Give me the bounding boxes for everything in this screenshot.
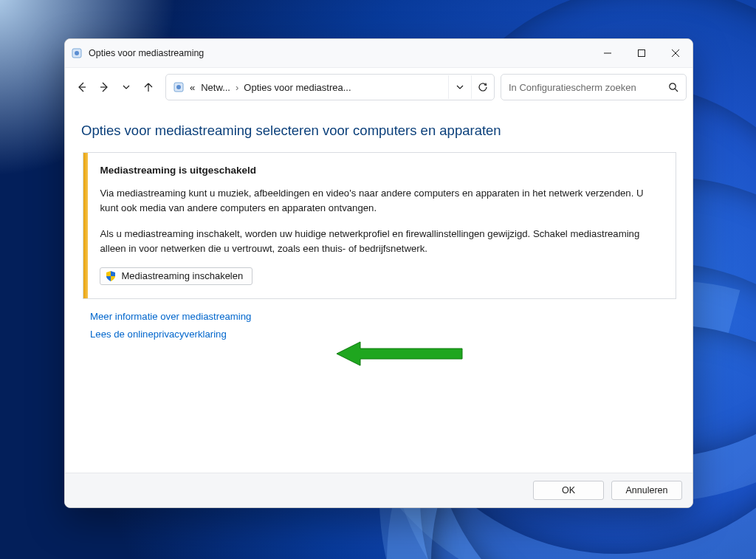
content-area: Opties voor mediastreaming selecteren vo… bbox=[65, 106, 693, 473]
control-panel-window: Opties voor mediastreaming bbox=[64, 38, 693, 508]
recent-locations-button[interactable] bbox=[115, 74, 137, 100]
svg-line-11 bbox=[675, 89, 678, 92]
breadcrumb-current[interactable]: Opties voor mediastrea... bbox=[241, 82, 354, 93]
enable-button-label: Mediastreaming inschakelen bbox=[121, 270, 243, 281]
svg-rect-3 bbox=[639, 50, 645, 57]
svg-point-10 bbox=[670, 83, 676, 89]
notice-panel: Mediastreaming is uitgeschakeld Via medi… bbox=[83, 152, 676, 299]
breadcrumb-network[interactable]: Netw... bbox=[198, 82, 233, 93]
notice-paragraph-1: Via mediastreaming kunt u muziek, afbeel… bbox=[100, 186, 662, 216]
more-info-link[interactable]: Meer informatie over mediastreaming bbox=[90, 311, 251, 322]
app-icon bbox=[65, 47, 89, 59]
uac-shield-icon bbox=[105, 270, 117, 282]
notice-paragraph-2: Als u mediastreaming inschakelt, worden … bbox=[100, 227, 662, 257]
refresh-button[interactable] bbox=[471, 75, 494, 99]
cancel-button[interactable]: Annuleren bbox=[611, 481, 682, 500]
up-button[interactable] bbox=[137, 74, 159, 100]
dialog-footer: OK Annuleren bbox=[65, 473, 693, 507]
close-button[interactable] bbox=[659, 39, 693, 67]
maximize-button[interactable] bbox=[625, 39, 659, 67]
address-dropdown-button[interactable] bbox=[448, 75, 471, 99]
control-panel-icon bbox=[171, 81, 187, 93]
navigation-row: « Netw... › Opties voor mediastrea... bbox=[65, 68, 693, 106]
notice-title: Mediastreaming is uitgeschakeld bbox=[100, 163, 662, 179]
minimize-button[interactable] bbox=[591, 39, 625, 67]
privacy-link[interactable]: Lees de onlineprivacyverklaring bbox=[90, 329, 227, 340]
breadcrumb-root[interactable]: « bbox=[187, 82, 198, 93]
search-input[interactable] bbox=[507, 81, 667, 94]
search-box[interactable] bbox=[501, 74, 687, 100]
window-title: Opties voor mediastreaming bbox=[89, 48, 204, 58]
links-section: Meer informatie over mediastreaming Lees… bbox=[90, 308, 676, 343]
svg-point-9 bbox=[176, 85, 181, 89]
ok-button[interactable]: OK bbox=[533, 481, 604, 500]
window-titlebar[interactable]: Opties voor mediastreaming bbox=[65, 39, 693, 68]
search-icon bbox=[667, 82, 680, 92]
enable-mediastreaming-button[interactable]: Mediastreaming inschakelen bbox=[100, 267, 252, 285]
forward-button[interactable] bbox=[93, 74, 115, 100]
address-bar[interactable]: « Netw... › Opties voor mediastrea... bbox=[165, 74, 495, 100]
chevron-right-icon: › bbox=[233, 82, 241, 93]
back-button[interactable] bbox=[71, 74, 93, 100]
svg-point-1 bbox=[75, 51, 79, 55]
page-heading: Opties voor mediastreaming selecteren vo… bbox=[81, 123, 676, 139]
